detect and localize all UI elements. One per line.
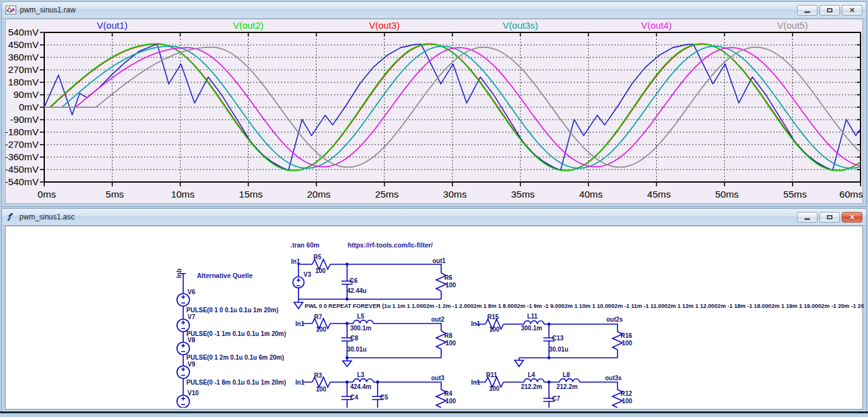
voltage-source-V10[interactable] <box>177 395 189 408</box>
schematic-text[interactable]: In1 <box>471 320 480 327</box>
pwl-ground-arrow <box>294 299 303 309</box>
schematic-text[interactable]: In1 <box>291 258 300 265</box>
schematic-minimize-button[interactable] <box>797 212 818 223</box>
schematic-close-button[interactable]: ✕ <box>842 212 862 223</box>
schematic-text[interactable]: R3 <box>314 372 322 379</box>
schematic-text[interactable]: 30.01u <box>549 346 568 353</box>
schematic-text[interactable]: V6 <box>188 289 196 295</box>
schematic-text[interactable]: R8 <box>444 332 452 339</box>
schematic-text[interactable]: L3 <box>357 371 365 378</box>
legend-V(out3s)[interactable]: V(out3s) <box>503 20 538 31</box>
voltage-source-V9[interactable] <box>177 366 189 378</box>
schematic-text[interactable]: PULSE(0 -1 8m 0.1u 0.1u 1m 20m) <box>186 379 286 386</box>
ground-symbol <box>343 361 351 367</box>
schematic-text[interactable]: 100 <box>316 326 327 333</box>
close-icon: ✕ <box>849 214 855 221</box>
restore-icon <box>827 215 832 219</box>
schematic-text[interactable]: V9 <box>188 361 196 368</box>
schematic-text[interactable]: In1 <box>471 379 480 386</box>
waveform-plot[interactable]: 540mV450mV360mV270mV180mV90mV0mV-90mV-18… <box>6 19 864 205</box>
schematic-text[interactable]: R16 <box>621 332 632 339</box>
legend-V(out3)[interactable]: V(out3) <box>369 20 399 31</box>
legend-V(out2)[interactable]: V(out2) <box>233 20 264 31</box>
schematic-text[interactable]: In1 <box>295 379 305 386</box>
y-axis-tick-label: -360mV <box>6 151 39 162</box>
schematic-text[interactable]: 30.01u <box>347 346 366 353</box>
schematic-text[interactable]: 212.2m <box>521 383 542 390</box>
x-axis-tick-label: 20ms <box>307 189 331 199</box>
schematic-text[interactable]: C4 <box>350 394 358 401</box>
schematic-text[interactable]: PULSE(0 -1 1m 0.1u 0.1u 1m 20m) <box>186 330 286 337</box>
voltage-source-V6[interactable] <box>177 294 189 306</box>
legend-V(out4)[interactable]: V(out4) <box>641 20 672 31</box>
schematic-text[interactable]: .tran 60m <box>290 241 320 249</box>
schematic-text[interactable]: C8 <box>350 335 358 342</box>
schematic-text[interactable]: 100 <box>622 398 632 405</box>
y-axis-tick-label: 0mV <box>19 102 39 112</box>
schematic-text[interactable]: C6 <box>350 277 358 284</box>
plot-minimize-button[interactable] <box>797 5 818 16</box>
schematic-text[interactable]: L5 <box>357 313 365 320</box>
schematic-text[interactable]: out3s <box>605 375 622 381</box>
schematic-text[interactable]: C7 <box>552 395 560 402</box>
schematic-text[interactable]: 100 <box>489 385 500 392</box>
schematic-text[interactable]: L11 <box>527 313 538 320</box>
schematic-text[interactable]: C5 <box>380 394 388 401</box>
schematic-text[interactable]: V7 <box>188 314 196 320</box>
legend-V(out1)[interactable]: V(out1) <box>97 20 128 31</box>
plot-window-titlebar[interactable]: pwm_sinus1.raw ✕ <box>2 2 866 19</box>
schematic-text[interactable]: 42.44u <box>347 287 366 294</box>
schematic-text[interactable]: 100 <box>446 398 456 405</box>
schematic-canvas-panel: .tran 60mhttps://rf-tools.com/lc-filter/… <box>5 226 863 410</box>
schematic-text[interactable]: R4 <box>444 390 452 397</box>
schematic-text[interactable]: L8 <box>563 371 570 378</box>
plot-restore-button[interactable] <box>819 5 840 16</box>
schematic-text[interactable]: PULSE(0 1 0 0.1u 0.1u 1m 20m) <box>186 307 279 314</box>
schematic-text[interactable]: In1 <box>295 320 305 327</box>
schematic-text[interactable]: V8 <box>188 337 196 343</box>
schematic-text[interactable]: R5 <box>313 254 322 261</box>
schematic-text[interactable]: out3 <box>431 375 445 381</box>
schematic-text[interactable]: R7 <box>314 314 322 320</box>
schematic-text[interactable]: https://rf-tools.com/lc-filter/ <box>348 241 433 249</box>
plot-close-button[interactable]: ✕ <box>842 5 862 16</box>
schematic-text[interactable]: 212.2m <box>556 383 578 390</box>
schematic-text[interactable]: R11 <box>486 371 497 378</box>
voltage-source-V8[interactable] <box>177 342 189 355</box>
schematic-text[interactable]: Alternative Quelle <box>197 272 252 279</box>
schematic-text[interactable]: L4 <box>528 371 535 378</box>
schematic-text[interactable]: 100 <box>316 386 327 393</box>
schematic-text[interactable]: V10 <box>188 390 199 396</box>
schematic-window-titlebar[interactable]: pwm_sinus1.asc ✕ <box>2 209 866 226</box>
schematic-text[interactable]: R15 <box>487 314 499 320</box>
schematic-text[interactable]: R6 <box>444 274 452 281</box>
ltspice-app-icon <box>6 213 16 222</box>
schematic-text[interactable]: 100 <box>446 282 456 289</box>
schematic-text[interactable]: V3 <box>303 271 312 278</box>
schematic-text[interactable]: 300.1m <box>521 325 542 332</box>
voltage-source-V7[interactable] <box>177 319 189 332</box>
plot-window-title: pwm_sinus1.raw <box>20 6 795 14</box>
schematic-text[interactable]: 100 <box>315 267 326 274</box>
schematic-restore-button[interactable] <box>819 212 840 223</box>
schematic-text[interactable]: C13 <box>552 335 564 342</box>
schematic-text[interactable]: out2s <box>606 316 623 323</box>
y-axis-tick-label: -90mV <box>10 114 39 125</box>
schematic-text[interactable]: 100 <box>622 340 632 347</box>
schematic-labels: .tran 60mhttps://rf-tools.com/lc-filter/… <box>176 241 864 405</box>
schematic-text[interactable]: 300.1m <box>350 325 371 332</box>
inductor-L3 <box>353 379 373 382</box>
schematic-text[interactable]: 100 <box>489 326 500 333</box>
schematic-text[interactable]: out2 <box>431 316 445 323</box>
schematic-text[interactable]: 424.4m <box>350 383 371 390</box>
schematic-text[interactable]: PWL 0 0 REPEAT FOREVER (1u 1 1m 1 1.0002… <box>305 303 864 309</box>
schematic-text[interactable]: 100 <box>446 340 456 347</box>
schematic-text[interactable]: PULSE(0 1 2m 0.1u 0.1u 6m 20m) <box>186 354 284 361</box>
schematic-text[interactable]: R12 <box>621 390 632 397</box>
y-axis-tick-label: -270mV <box>6 139 39 150</box>
legend-V(out5)[interactable]: V(out5) <box>777 20 808 31</box>
schematic-text[interactable]: out1 <box>432 257 446 264</box>
schematic-canvas[interactable]: .tran 60mhttps://rf-tools.com/lc-filter/… <box>6 226 864 408</box>
ground-symbol <box>515 360 523 367</box>
schematic-text[interactable]: Inb <box>176 269 183 278</box>
